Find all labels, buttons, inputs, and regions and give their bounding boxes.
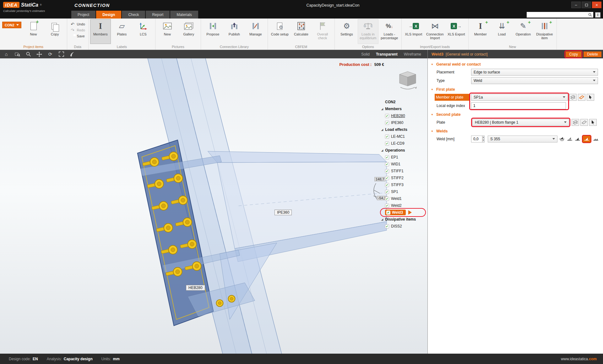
new-item-button[interactable]: New (23, 19, 44, 44)
tree-group-load-effects[interactable]: ◢ Load effects (378, 126, 427, 133)
xls-import-button[interactable]: →X XLS Import (403, 19, 424, 44)
connection-selector-button[interactable]: CON2 (2, 22, 21, 28)
display-mode-solid[interactable]: Solid (361, 52, 370, 56)
website-link[interactable]: www.ideastatica.com (561, 357, 597, 361)
tree-item-diss2[interactable]: ✔ DISS2 (378, 223, 427, 230)
tree-item-weld2[interactable]: ✔ Weld2 (378, 202, 427, 209)
picture-new-button[interactable]: New (157, 19, 178, 44)
member-or-plate-select[interactable]: SP1a (471, 94, 568, 101)
redo-button[interactable]: ↷ Redo (69, 27, 87, 33)
new-member-button[interactable]: I Member (470, 19, 491, 44)
checkbox-checked-icon[interactable]: ✔ (385, 183, 389, 187)
zoom-button[interactable] (25, 51, 31, 57)
overall-check-button[interactable]: Overall check (312, 19, 333, 44)
checkbox-checked-icon[interactable]: ✔ (385, 155, 389, 159)
tree-item-ipe360[interactable]: ✔ IPE360 (378, 119, 427, 126)
weld-fillet-selected-icon-button[interactable] (583, 136, 591, 142)
delete-operation-button[interactable]: Delete (584, 51, 601, 57)
checkbox-checked-icon[interactable]: ✔ (385, 197, 389, 201)
weld-type-select[interactable]: Weld (471, 77, 598, 84)
tree-item-weld3-selected[interactable]: ✔ Weld3 (378, 209, 427, 216)
tree-item-le-cd9[interactable]: ✔ LE-CD9 (378, 140, 427, 147)
tree-item-stiff1[interactable]: ✔ STIFF1 (378, 168, 427, 174)
weld-bevel-icon-button[interactable] (574, 136, 581, 142)
cursor-pick-icon-button[interactable] (587, 94, 594, 101)
checkbox-checked-icon[interactable]: ✔ (386, 211, 390, 215)
display-mode-transparent[interactable]: Transparent (376, 52, 398, 56)
tree-item-stiff2[interactable]: ✔ STIFF2 (378, 174, 427, 181)
close-button[interactable]: × (592, 2, 601, 8)
section-first-plate[interactable]: ▼ First plate (428, 85, 603, 93)
search-box[interactable] (527, 12, 593, 18)
placement-select[interactable]: Edge to surface (471, 69, 598, 76)
library-publish-button[interactable]: Publish (224, 19, 245, 44)
tree-item-ep1[interactable]: ✔ EP1 (378, 154, 427, 161)
checkbox-checked-icon[interactable]: ✔ (385, 176, 389, 180)
tab-materials[interactable]: Materials (170, 11, 198, 19)
maximize-button[interactable] (582, 2, 591, 8)
tab-check[interactable]: Check (122, 11, 145, 19)
save-button[interactable]: Save (69, 33, 87, 39)
weld-intermittent-icon-button[interactable] (592, 136, 599, 142)
labels-lcs-toggle[interactable]: LCS (133, 19, 154, 44)
weld-material-select[interactable]: S 355 (488, 136, 557, 142)
stepper-down-button[interactable]: ▼ (482, 139, 484, 142)
tree-group-operations[interactable]: ◢ Operations (378, 147, 427, 154)
stepper-up-button[interactable]: ▲ (482, 136, 484, 139)
copy-item-button[interactable]: Copy (45, 19, 65, 44)
checkbox-checked-icon[interactable]: ✔ (385, 114, 389, 118)
plate-select-icon-button[interactable] (578, 94, 585, 101)
new-operation-button[interactable]: ✎ Operation (513, 19, 534, 44)
checkbox-checked-icon[interactable]: ✔ (385, 169, 389, 173)
copy-operation-button[interactable]: Copy (566, 51, 581, 57)
plate-select-icon-button[interactable] (580, 119, 588, 126)
home-view-button[interactable]: ⌂ (3, 51, 9, 57)
checkbox-checked-icon[interactable]: ✔ (385, 224, 389, 228)
tab-design[interactable]: Design (96, 11, 121, 19)
checkbox-checked-icon[interactable]: ✔ (385, 121, 389, 125)
paint-view-button[interactable] (69, 51, 75, 57)
plates-stack-icon-button[interactable] (572, 119, 579, 126)
new-load-button[interactable]: ⇊ Load (492, 19, 512, 44)
tree-item-wid1[interactable]: ✔ WID1 (378, 161, 427, 168)
checkbox-checked-icon[interactable]: ✔ (385, 142, 389, 146)
minimize-button[interactable]: – (571, 2, 581, 8)
checkbox-checked-icon[interactable]: ✔ (385, 204, 389, 208)
connection-import-button[interactable]: ⋈ Connection Import (425, 19, 445, 44)
picture-gallery-button[interactable]: Gallery (178, 19, 199, 44)
checkbox-checked-icon[interactable]: ✔ (385, 135, 389, 139)
local-edge-index-input[interactable] (471, 102, 566, 109)
pan-button[interactable] (36, 51, 42, 57)
section-welds[interactable]: ▼ Welds (428, 126, 603, 135)
weld-both-sides-icon-button[interactable] (558, 136, 565, 142)
new-dissipative-item-button[interactable]: Dissipative item (534, 19, 555, 44)
checkbox-checked-icon[interactable]: ✔ (385, 162, 389, 166)
code-setup-button[interactable]: ⚙ Code setup (269, 19, 290, 44)
zoom-window-button[interactable] (14, 51, 20, 57)
tab-report[interactable]: Report (146, 11, 170, 19)
zoom-fit-button[interactable] (58, 51, 64, 57)
search-input[interactable] (528, 13, 588, 17)
rotate-view-button[interactable]: ⟳ (47, 51, 53, 57)
plates-stack-icon-button[interactable] (569, 94, 577, 101)
section-second-plate[interactable]: ▼ Second plate (428, 110, 603, 118)
checkbox-checked-icon[interactable]: ✔ (385, 190, 389, 194)
tree-item-weld1[interactable]: ✔ Weld1 (378, 195, 427, 202)
labels-plates-toggle[interactable]: ▱ Plates (111, 19, 132, 44)
tree-group-members[interactable]: ◢ Members (378, 105, 427, 112)
calculate-button[interactable]: Calculate (291, 19, 312, 44)
tree-group-dissipative-items[interactable]: ◢ Dissipative items (378, 216, 427, 223)
second-plate-select[interactable]: HEB280 | Bottom flange 1 (472, 119, 569, 126)
weld-fillet-icon-button[interactable] (566, 136, 573, 142)
loads-percentage-button[interactable]: %↓ Loads - percentage (379, 19, 400, 44)
cursor-pick-icon-button[interactable] (589, 119, 597, 126)
tree-item-le-mc1[interactable]: ✔ LE-MC1 (378, 133, 427, 140)
library-propose-button[interactable]: Propose (203, 19, 223, 44)
weld-size-input[interactable] (471, 136, 482, 142)
tab-project[interactable]: Project (71, 11, 95, 19)
loads-in-equilibrium-toggle[interactable]: Loads in equilibrium (358, 19, 378, 44)
tree-root-con2[interactable]: CON2 (378, 99, 427, 105)
undo-button[interactable]: ↶ Undo (69, 21, 87, 27)
info-button[interactable]: i (595, 12, 600, 18)
tree-item-sp1[interactable]: ✔ SP1 (378, 188, 427, 195)
